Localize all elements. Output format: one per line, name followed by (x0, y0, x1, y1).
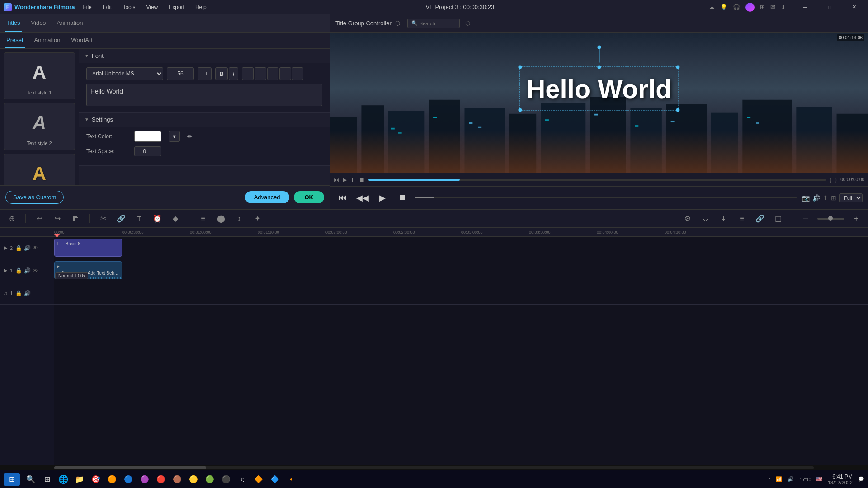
track-v2-eye-icon[interactable]: 👁 (33, 245, 38, 251)
eyedropper-button[interactable]: ✏ (187, 133, 193, 140)
expand-icon[interactable]: ⬡ (465, 20, 470, 27)
text-case-button[interactable]: TT (198, 67, 212, 80)
taskbar-icon-10[interactable]: 🟢 (203, 472, 217, 487)
timeline-split-button[interactable]: ↕ (233, 212, 245, 225)
taskbar-icon-12[interactable]: 🔶 (251, 472, 266, 487)
preview-ctrl-pause[interactable]: ⏸ (350, 177, 356, 183)
taskbar-icon-11[interactable]: ⚫ (219, 472, 233, 487)
avatar-icon[interactable] (745, 3, 755, 12)
indent-button[interactable]: ≡ (292, 67, 304, 80)
taskbar-up-arrow-icon[interactable]: ^ (768, 477, 770, 482)
download-icon[interactable]: ⬇ (781, 4, 786, 10)
export-icon[interactable]: ⬆ (823, 194, 828, 202)
taskbar-icon-4[interactable]: 🟠 (105, 472, 119, 487)
taskbar-search-icon[interactable]: 🔍 (24, 472, 38, 487)
timeline-link-button[interactable]: 🔗 (115, 212, 127, 225)
stop-button[interactable]: ⏹ (395, 191, 410, 205)
tab-wordart[interactable]: WordArt (69, 33, 94, 48)
timeline-magnet-button[interactable]: ✦ (251, 212, 264, 225)
track-a1-audio-icon[interactable]: 🔊 (24, 290, 31, 296)
taskbar-icon-3[interactable]: 🎯 (89, 472, 103, 487)
taskbar-widgets-icon[interactable]: ⊞ (40, 472, 54, 487)
advanced-button[interactable]: Advanced (245, 191, 289, 203)
timeline-zoom-out-button[interactable]: ─ (799, 212, 812, 225)
tab-animation[interactable]: Animation (55, 14, 85, 32)
timeline-audio-button[interactable]: ≡ (736, 212, 748, 225)
menu-tools[interactable]: Tools (118, 3, 140, 11)
track-v2-audio-icon[interactable]: 🔊 (24, 245, 31, 251)
timeline-snap-button[interactable]: ≡ (197, 212, 209, 225)
timeline-caption-button[interactable]: ◫ (772, 212, 784, 225)
mark-in-icon[interactable]: { (830, 177, 831, 183)
taskbar-spotify-icon[interactable]: ♫ (235, 472, 250, 487)
grid-icon[interactable]: ⊞ (760, 4, 765, 10)
taskbar-icon-5[interactable]: 🔵 (121, 472, 136, 487)
align-left-button[interactable]: ≡ (242, 67, 254, 80)
menu-file[interactable]: File (78, 3, 96, 11)
bulb-icon[interactable]: 💡 (720, 4, 727, 10)
preview-ctrl-prev[interactable]: ⏮ (334, 177, 339, 183)
taskbar-icon-9[interactable]: 🟡 (186, 472, 201, 487)
color-dropdown-button[interactable]: ▼ (169, 131, 180, 142)
headset-icon[interactable]: 🎧 (733, 4, 740, 10)
track-a1-lock-icon[interactable]: 🔒 (15, 290, 22, 296)
snapshot-icon[interactable]: 📷 (802, 194, 810, 202)
tab-preset[interactable]: Preset (5, 33, 25, 48)
italic-button[interactable]: I (229, 67, 239, 80)
text-clip-basic6[interactable]: T Basic 6 (54, 239, 122, 257)
play-back-button[interactable]: ◀◀ (355, 191, 370, 205)
taskbar-network-icon[interactable]: 📶 (776, 476, 782, 482)
text-space-input[interactable] (134, 146, 161, 156)
align-center-button[interactable]: ≡ (255, 67, 266, 80)
preset-item-3[interactable]: A (4, 154, 75, 185)
timeline-add-track-button[interactable]: ⊕ (5, 212, 18, 225)
tab-animation[interactable]: Animation (33, 33, 62, 48)
menu-view[interactable]: View (142, 3, 162, 11)
close-button[interactable]: ✕ (844, 0, 864, 14)
zoom-slider[interactable] (817, 218, 844, 220)
preview-ctrl-play[interactable]: ▶ (343, 177, 347, 183)
timeline-mic-button[interactable]: 🎙 (717, 212, 730, 225)
tab-titles[interactable]: Titles (5, 14, 22, 32)
taskbar-notification-icon[interactable]: 💬 (858, 476, 864, 482)
timeline-delete-button[interactable]: 🗑 (69, 212, 82, 225)
search-bar[interactable]: 🔍 (407, 19, 460, 28)
timeline-effect-button[interactable]: ◆ (169, 212, 182, 225)
taskbar-icon-7[interactable]: 🔴 (154, 472, 168, 487)
settings-section-header[interactable]: ▼ Settings (79, 113, 330, 127)
save-custom-button[interactable]: Save as Custom (5, 191, 64, 204)
menu-edit[interactable]: Edit (98, 3, 117, 11)
timeline-zoom-in-button[interactable]: + (850, 212, 863, 225)
scrollbar-thumb[interactable] (54, 466, 206, 469)
cloud-icon[interactable]: ☁ (709, 4, 715, 10)
timeline-undo-button[interactable]: ↩ (33, 212, 46, 225)
taskbar-icon-13[interactable]: 🔷 (268, 472, 282, 487)
timeline-keyframe-button[interactable]: ⏰ (151, 212, 164, 225)
text-color-picker[interactable] (134, 131, 161, 142)
track-v2-lock-icon[interactable]: 🔒 (15, 245, 22, 251)
taskbar-icon-6[interactable]: 🟣 (137, 472, 152, 487)
align-right-button[interactable]: ≡ (267, 67, 279, 80)
bold-button[interactable]: B (215, 67, 227, 80)
justify-button[interactable]: ≡ (279, 67, 291, 80)
timeline-settings-button[interactable]: ⚙ (681, 212, 694, 225)
start-button[interactable]: ⊞ (4, 473, 20, 486)
timeline-text-button[interactable]: T (133, 212, 146, 225)
preview-progress-bar[interactable] (368, 179, 826, 181)
layout-icon[interactable]: ⊞ (831, 194, 836, 202)
preset-item-1[interactable]: A Text style 1 (4, 52, 75, 99)
search-input[interactable] (420, 21, 456, 26)
taskbar-icon-14[interactable]: 🔸 (284, 472, 298, 487)
timeline-connect-button[interactable]: 🔗 (754, 212, 766, 225)
maximize-button[interactable]: □ (819, 0, 840, 14)
track-v1-lock-icon[interactable]: 🔒 (15, 267, 22, 274)
taskbar-volume-icon[interactable]: 🔊 (788, 476, 794, 482)
rewind-button[interactable]: ⏮ (335, 191, 350, 205)
font-family-select[interactable]: Arial Unicode MS (86, 67, 163, 80)
timeline-scrollbar[interactable] (0, 465, 868, 470)
quality-select[interactable]: Full (839, 193, 863, 202)
track-v1-eye-icon[interactable]: 👁 (33, 267, 38, 274)
taskbar-icon-8[interactable]: 🟤 (170, 472, 184, 487)
main-timeline-scrubber[interactable] (415, 197, 797, 198)
text-content-input[interactable]: Hello World (86, 84, 322, 106)
